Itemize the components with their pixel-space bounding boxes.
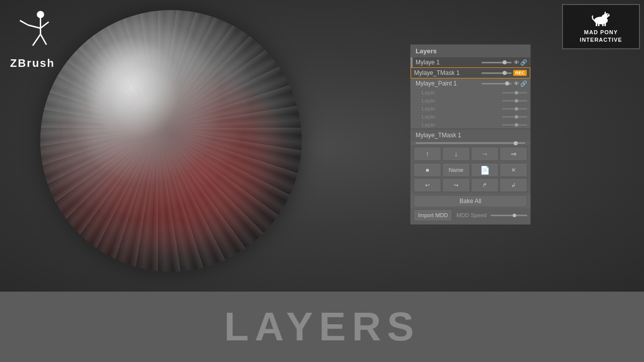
layer-name-tmask: Mylaye_TMask 1: [414, 69, 481, 76]
svg-rect-9: [602, 17, 605, 21]
curve1-button[interactable]: ↩: [414, 178, 441, 192]
empty-layer-label1: Layer: [422, 89, 436, 96]
arrow-right2-button[interactable]: ⇒: [500, 147, 527, 161]
layer-slider-mylaye1[interactable]: [481, 62, 512, 63]
layer-item-mylaye1[interactable]: Mylaye 1 👁 🔗: [411, 57, 530, 67]
sphere-container: [40, 10, 322, 292]
layers-panel-header: Layers: [411, 45, 530, 57]
layer-item-empty2[interactable]: Layer: [411, 97, 530, 105]
layer-name-button[interactable]: Name: [442, 163, 470, 177]
bottom-stripe: LAYERS: [0, 292, 644, 362]
mdd-speed-label: MDD Speed: [456, 212, 487, 218]
curve2-button[interactable]: ↪: [442, 178, 470, 192]
bottom-panel: Import MDD MDD Speed: [411, 208, 530, 224]
layer-item-tmask[interactable]: Mylaye_TMask 1 REC: [411, 67, 530, 78]
svg-point-15: [607, 14, 608, 15]
zbrush-sphere: [40, 10, 302, 272]
selected-layer-display: Mylaye_TMask 1: [411, 129, 530, 141]
layer-name-mylaye1: Mylaye 1: [416, 59, 479, 66]
mad-pony-text: MAD PONY INTERActIVE: [580, 29, 622, 44]
layer-item-empty1[interactable]: Layer: [411, 88, 530, 97]
empty-slider1[interactable]: [502, 92, 527, 94]
rec-badge: REC: [513, 70, 527, 76]
svg-rect-12: [598, 23, 600, 26]
layer-slider-tmask[interactable]: [481, 72, 512, 74]
empty-layer-label3: Layer: [422, 106, 436, 112]
empty-layer-label5: Layer: [422, 122, 436, 128]
layer-item-empty3[interactable]: Layer: [411, 105, 530, 113]
layer-icons-paint: 👁 🔗: [514, 80, 527, 87]
link-icon-paint[interactable]: 🔗: [520, 80, 527, 87]
layer-copy-button[interactable]: 📄: [471, 163, 499, 177]
main-canvas: ZBrush MAD PONY INTERA: [0, 0, 644, 292]
mdd-speed-slider[interactable]: [491, 215, 527, 216]
svg-line-2: [28, 25, 40, 28]
empty-slider3[interactable]: [502, 108, 527, 110]
layers-title: LAYERS: [224, 304, 420, 350]
layer-name-paint: Mylaye_Paint 1: [416, 80, 479, 87]
selected-layer-slider[interactable]: [416, 142, 525, 144]
layer-item-paint[interactable]: Mylaye_Paint 1 👁 🔗: [411, 78, 530, 88]
layer-item-empty4[interactable]: Layer: [411, 113, 530, 121]
svg-rect-11: [596, 23, 597, 26]
layer-delete-button[interactable]: ✕: [500, 163, 527, 177]
layers-panel: Layers Mylaye 1 👁 🔗 Mylaye_TMask 1 REC M…: [410, 44, 531, 225]
layer-square-button[interactable]: ■: [414, 163, 441, 177]
mad-pony-horse-icon: [590, 10, 612, 27]
eye-icon-paint[interactable]: 👁: [514, 80, 519, 87]
layer-icons-mylaye1: 👁 🔗: [514, 59, 527, 66]
layer-item-empty5[interactable]: Layer: [411, 121, 530, 129]
layer-slider-paint[interactable]: [481, 83, 512, 84]
action-buttons-row2: ■ Name 📄 ✕: [411, 163, 530, 178]
arrow-right-button[interactable]: →: [471, 147, 499, 161]
empty-slider2[interactable]: [502, 100, 527, 102]
curve4-button[interactable]: ↲: [500, 178, 527, 192]
move-down-button[interactable]: ↓: [442, 147, 470, 161]
bake-all-button[interactable]: Bake All: [414, 195, 527, 207]
empty-layer-label2: Layer: [422, 98, 436, 104]
mad-pony-logo: MAD PONY INTERActIVE: [562, 4, 640, 49]
curve3-button[interactable]: ↱: [471, 178, 499, 192]
svg-point-10: [604, 13, 610, 17]
link-icon-mylaye1[interactable]: 🔗: [520, 59, 527, 66]
move-up-button[interactable]: ↑: [414, 147, 441, 161]
action-buttons-row1: ↑ ↓ → ⇒: [411, 145, 530, 163]
empty-layer-label4: Layer: [422, 114, 436, 120]
svg-rect-14: [604, 23, 606, 26]
svg-rect-13: [602, 23, 604, 26]
import-mdd-button[interactable]: Import MDD: [414, 209, 452, 221]
svg-line-4: [33, 34, 40, 46]
action-buttons-row3: ↩ ↪ ↱ ↲: [411, 178, 530, 194]
svg-line-6: [20, 21, 28, 25]
eye-icon-mylaye1[interactable]: 👁: [514, 59, 519, 66]
empty-slider4[interactable]: [502, 116, 527, 118]
empty-slider5[interactable]: [502, 124, 527, 126]
